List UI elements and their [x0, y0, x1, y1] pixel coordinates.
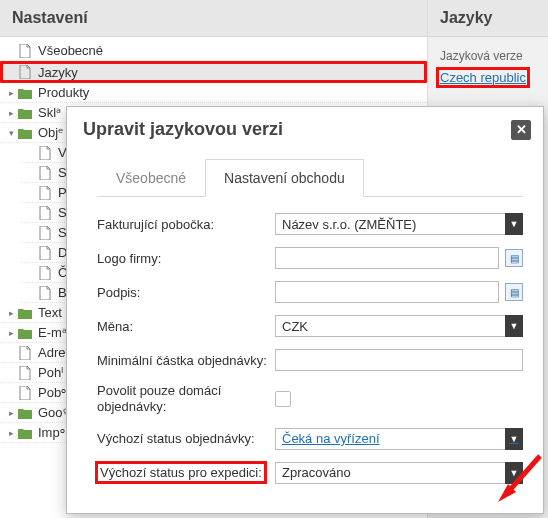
side-subheading: Jazyková verze	[428, 37, 548, 67]
close-icon[interactable]: ✕	[511, 120, 531, 140]
chevron-down-icon: ▼	[505, 315, 523, 337]
select-currency[interactable]: CZK ▼	[275, 315, 523, 337]
input-company-logo[interactable]	[275, 247, 499, 269]
select-invoicing-branch[interactable]: Název s.r.o. (ZMĚŇTE) ▼	[275, 213, 523, 235]
nav-item-label: Všeobecné	[38, 43, 103, 58]
input-min-order[interactable]	[275, 349, 523, 371]
nav-item-label: Gooᵍ	[38, 405, 68, 420]
label-default-shipping-status: Výchozí status pro expedici:	[97, 463, 275, 482]
nav-header: Nastavení	[0, 0, 427, 37]
document-icon	[18, 346, 32, 360]
folder-icon	[18, 426, 32, 440]
document-icon	[38, 146, 52, 160]
chevron-down-icon: ▼	[505, 428, 523, 450]
document-icon	[38, 206, 52, 220]
tab-general[interactable]: Všeobecné	[97, 159, 205, 197]
folder-icon	[18, 406, 32, 420]
select-value: Zpracováno	[282, 465, 351, 480]
browse-icon[interactable]: ▤	[505, 249, 523, 267]
expand-icon[interactable]: ▸	[6, 428, 16, 438]
label-signature: Podpis:	[97, 285, 275, 300]
document-icon	[18, 44, 32, 58]
document-icon	[38, 286, 52, 300]
expand-icon[interactable]: ▸	[6, 408, 16, 418]
label-invoicing-branch: Fakturující pobočka:	[97, 217, 275, 232]
select-default-shipping-status[interactable]: Zpracováno ▼	[275, 462, 523, 484]
label-min-order: Minimální částka objednávky:	[97, 353, 275, 368]
document-icon	[38, 266, 52, 280]
nav-item-label: Sklᵃ	[38, 105, 61, 120]
folder-icon	[18, 306, 32, 320]
document-icon	[18, 386, 32, 400]
nav-item-label: Pohˡ	[38, 365, 63, 380]
select-value: Čeká na vyřízení	[282, 431, 380, 446]
browse-icon[interactable]: ▤	[505, 283, 523, 301]
nav-item-label: E-mᵃ	[38, 325, 67, 340]
expand-icon[interactable]: ▸	[6, 328, 16, 338]
tab-store-settings[interactable]: Nastavení obchodu	[205, 159, 364, 197]
document-icon	[38, 226, 52, 240]
folder-icon	[18, 126, 32, 140]
nav-item-label: Jazyky	[38, 65, 78, 80]
label-company-logo: Logo firmy:	[97, 251, 275, 266]
input-signature[interactable]	[275, 281, 499, 303]
nav-item[interactable]: ▸Všeobecné	[0, 41, 427, 61]
checkbox-domestic-only[interactable]	[275, 391, 291, 407]
collapse-icon[interactable]: ▾	[6, 128, 16, 138]
nav-folder[interactable]: ▸Produkty	[0, 83, 427, 103]
label-domestic-only: Povolit pouze domácí objednávky:	[97, 383, 275, 416]
document-icon	[38, 186, 52, 200]
nav-item[interactable]: ▸Jazyky	[0, 61, 427, 83]
select-value: CZK	[282, 319, 308, 334]
chevron-down-icon: ▼	[505, 213, 523, 235]
document-icon	[18, 65, 32, 79]
modal-title: Upravit jazykovou verzi	[83, 119, 283, 140]
select-value: Název s.r.o. (ZMĚŇTE)	[282, 217, 416, 232]
label-default-order-status: Výchozí status objednávky:	[97, 431, 275, 446]
nav-item-label: Objᵉ	[38, 125, 63, 140]
document-icon	[18, 366, 32, 380]
document-icon	[38, 246, 52, 260]
language-link-czech[interactable]: Czech republic	[438, 69, 528, 86]
select-default-order-status[interactable]: Čeká na vyřízení ▼	[275, 428, 523, 450]
document-icon	[38, 166, 52, 180]
folder-icon	[18, 106, 32, 120]
nav-item-label: Produkty	[38, 85, 89, 100]
chevron-down-icon: ▼	[505, 462, 523, 484]
nav-item-label: Text	[38, 305, 62, 320]
label-currency: Měna:	[97, 319, 275, 334]
edit-language-modal: Upravit jazykovou verzi ✕ Všeobecné Nast…	[66, 106, 544, 514]
expand-icon[interactable]: ▸	[6, 308, 16, 318]
nav-item-label: Impᵒ	[38, 425, 65, 440]
nav-item-label: Pobᵒ	[38, 385, 66, 400]
folder-icon	[18, 326, 32, 340]
expand-icon[interactable]: ▸	[6, 108, 16, 118]
folder-icon	[18, 86, 32, 100]
side-header: Jazyky	[428, 0, 548, 37]
expand-icon[interactable]: ▸	[6, 88, 16, 98]
